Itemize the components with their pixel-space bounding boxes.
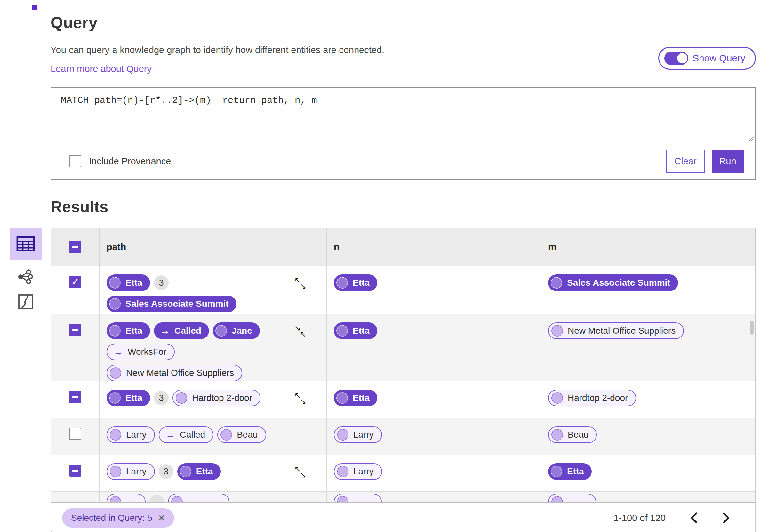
results-section: path n m ✓Etta3Sales Associate Summit↖↘E…: [51, 228, 756, 532]
entity-pill[interactable]: Etta: [107, 390, 150, 406]
table-row: Etta3Hardtop 2-door↖↘EttaHardtop 2-door: [51, 381, 755, 418]
entity-pill[interactable]: Sales Associate Summit: [548, 274, 678, 291]
entity-pill[interactable]: Etta: [334, 322, 377, 339]
m-cell: Hardtop 2-door: [541, 381, 755, 418]
toggle-on-icon[interactable]: [664, 52, 688, 65]
entity-pill[interactable]: Larry: [334, 463, 382, 480]
entity-pill[interactable]: [168, 494, 229, 502]
relationship-pill[interactable]: →Called: [159, 426, 213, 443]
next-page-button[interactable]: [723, 512, 730, 523]
entity-pill[interactable]: [548, 494, 596, 502]
node-icon: [551, 466, 562, 477]
prev-page-button[interactable]: [691, 512, 698, 523]
page-description: You can query a knowledge graph to ident…: [51, 45, 756, 55]
count-badge: 3: [154, 391, 169, 405]
node-icon: [336, 392, 348, 404]
entity-pill[interactable]: Sales Associate Summit: [107, 296, 236, 312]
row-checkbox[interactable]: [69, 428, 81, 440]
entity-pill[interactable]: Larry: [334, 426, 382, 443]
map-view-icon: [18, 294, 34, 310]
entity-pill[interactable]: Larry: [107, 426, 155, 443]
entity-pill[interactable]: Beau: [217, 426, 266, 443]
entity-pill[interactable]: Etta: [177, 463, 221, 480]
resize-handle-icon[interactable]: [747, 135, 754, 142]
scrollbar-thumb[interactable]: [750, 321, 754, 335]
entity-pill[interactable]: Larry: [107, 463, 155, 480]
close-icon[interactable]: ✕: [158, 513, 165, 523]
entity-pill[interactable]: [334, 494, 382, 502]
node-icon: [171, 496, 183, 502]
n-cell: Larry: [326, 455, 541, 491]
pill-label: New Metal Office Suppliers: [568, 326, 676, 336]
entity-pill[interactable]: Jane: [213, 322, 260, 339]
m-cell: Beau: [541, 418, 755, 455]
pill-label: Sales Associate Summit: [567, 278, 670, 288]
row-checkbox[interactable]: [69, 324, 81, 336]
pill-label: Etta: [125, 393, 142, 403]
row-checkbox[interactable]: [69, 465, 81, 477]
node-icon: [215, 325, 227, 337]
n-cell: Larry: [326, 418, 541, 455]
selected-filter-chip[interactable]: Selected in Query: 5 ✕: [62, 508, 174, 528]
entity-pill[interactable]: New Metal Office Suppliers: [107, 365, 242, 381]
entity-pill[interactable]: New Metal Office Suppliers: [548, 322, 684, 339]
table-row: Larry3Etta↖↘LarryEtta: [51, 455, 755, 492]
include-provenance-checkbox[interactable]: [69, 155, 81, 167]
include-provenance[interactable]: Include Provenance: [69, 155, 171, 167]
entity-pill[interactable]: Etta: [334, 274, 377, 291]
node-icon: [551, 392, 563, 404]
table-view-button[interactable]: [10, 228, 42, 260]
toggle-knob[interactable]: [676, 52, 688, 64]
path-cell: [99, 492, 326, 502]
node-icon: [220, 429, 232, 441]
row-checkbox[interactable]: [69, 391, 81, 403]
pill-label: Jane: [232, 326, 252, 336]
collapse-row-icon[interactable]: ↘↖: [294, 324, 308, 338]
node-icon: [110, 367, 121, 379]
query-input[interactable]: MATCH path=(n)-[r*..2]->(m) return path,…: [51, 88, 755, 143]
entity-pill[interactable]: Etta: [107, 274, 150, 291]
entity-pill[interactable]: [107, 494, 146, 502]
table-row: ✓Etta3Sales Associate Summit↖↘EttaSales …: [51, 266, 755, 314]
clear-button[interactable]: Clear: [666, 150, 705, 173]
table-view-icon: [16, 236, 35, 251]
m-cell: Etta: [541, 455, 755, 491]
arrow-right-icon: →: [160, 326, 170, 336]
entity-pill[interactable]: Hardtop 2-door: [172, 390, 260, 406]
corner-accent: [32, 5, 37, 10]
graph-view-button[interactable]: [10, 269, 42, 285]
entity-pill[interactable]: Etta: [548, 463, 592, 480]
expand-row-icon[interactable]: ↖↘: [294, 276, 308, 290]
include-provenance-label: Include Provenance: [89, 156, 171, 167]
query-toolbar: Include Provenance Clear Run: [51, 143, 755, 179]
show-query-toggle[interactable]: Show Query: [658, 47, 756, 70]
pill-label: Etta: [353, 278, 370, 288]
pill-label: Larry: [353, 430, 374, 440]
learn-more-link[interactable]: Learn more about Query: [51, 64, 152, 74]
relationship-pill[interactable]: →Called: [154, 322, 209, 339]
count-badge: 3: [159, 464, 173, 479]
entity-pill[interactable]: Etta: [107, 322, 150, 339]
main-content: Query You can query a knowledge graph to…: [51, 13, 756, 532]
pill-label: Called: [174, 326, 201, 336]
row-checkbox[interactable]: ✓: [69, 276, 81, 288]
query-editor-card: MATCH path=(n)-[r*..2]->(m) return path,…: [51, 87, 756, 180]
entity-pill[interactable]: Beau: [548, 426, 597, 443]
pill-label: Etta: [196, 466, 213, 477]
expand-row-icon[interactable]: ↖↘: [294, 392, 308, 406]
entity-pill[interactable]: Etta: [334, 390, 377, 406]
node-icon: [109, 392, 121, 404]
relationship-pill[interactable]: →WorksFor: [107, 344, 175, 360]
arrow-right-icon: →: [114, 347, 123, 357]
node-icon: [109, 298, 121, 310]
map-view-button[interactable]: [10, 294, 42, 310]
run-button[interactable]: Run: [712, 150, 744, 173]
path-cell: Larry3Etta↖↘: [99, 455, 326, 491]
m-cell: New Metal Office Suppliers: [541, 314, 755, 386]
select-all-checkbox[interactable]: [69, 241, 81, 253]
pagination-range: 1-100 of 120: [613, 513, 666, 523]
entity-pill[interactable]: Hardtop 2-door: [548, 390, 636, 406]
n-cell: Etta: [326, 266, 541, 317]
node-icon: [551, 496, 563, 502]
expand-row-icon[interactable]: ↖↘: [294, 465, 308, 479]
